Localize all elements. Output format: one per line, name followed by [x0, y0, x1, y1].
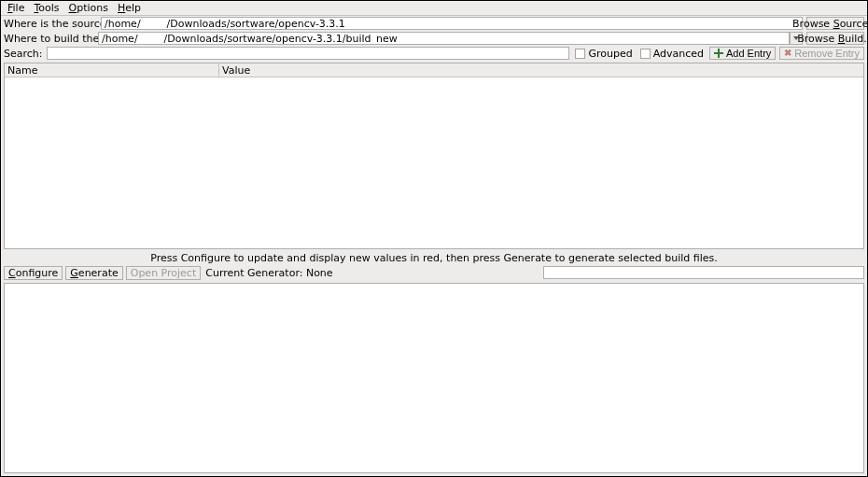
search-input[interactable]	[47, 47, 570, 60]
column-header-name[interactable]: Name	[5, 63, 219, 77]
generate-button[interactable]: Generate	[65, 266, 122, 280]
menu-tools[interactable]: Tools	[30, 2, 63, 14]
checkbox-icon	[575, 49, 585, 59]
search-label: Search:	[4, 48, 43, 60]
remove-entry-button[interactable]: ✖ Remove Entry	[779, 47, 864, 60]
advanced-checkbox[interactable]: Advanced	[638, 48, 706, 60]
menu-bar: File Tools Options Help	[1, 1, 867, 16]
cache-table-header: Name Value	[5, 63, 863, 77]
checkbox-icon	[640, 49, 651, 59]
source-path-input[interactable]	[101, 17, 803, 30]
build-path-input[interactable]	[98, 32, 790, 45]
build-row: Where to build the binaries: Browse Buil…	[1, 31, 867, 46]
configure-hint: Press Configure to update and display ne…	[1, 251, 867, 264]
current-generator-label: Current Generator: None	[205, 267, 332, 279]
browse-build-button[interactable]: Browse Build...	[806, 32, 864, 45]
open-project-button: Open Project	[126, 266, 202, 280]
source-row: Where is the source code: Browse Source.…	[1, 16, 867, 31]
build-label: Where to build the binaries:	[4, 33, 94, 45]
menu-file[interactable]: File	[4, 2, 28, 14]
grouped-checkbox[interactable]: Grouped	[573, 48, 634, 60]
search-row: Search: Grouped Advanced Add Entry ✖ Rem…	[1, 46, 867, 61]
action-row: Configure Generate Open Project Current …	[1, 264, 867, 281]
plus-icon	[714, 49, 723, 58]
column-header-value[interactable]: Value	[219, 63, 863, 77]
progress-bar	[543, 266, 864, 279]
menu-options[interactable]: Options	[65, 2, 112, 14]
source-label: Where is the source code:	[4, 18, 97, 30]
x-icon: ✖	[784, 49, 791, 58]
cache-table: Name Value	[4, 63, 864, 249]
cache-table-body[interactable]	[5, 77, 863, 248]
output-panel[interactable]	[4, 283, 864, 473]
browse-source-button[interactable]: Browse Source...	[806, 17, 864, 30]
configure-button[interactable]: Configure	[4, 266, 63, 280]
menu-help[interactable]: Help	[114, 2, 145, 14]
add-entry-button[interactable]: Add Entry	[709, 47, 776, 60]
